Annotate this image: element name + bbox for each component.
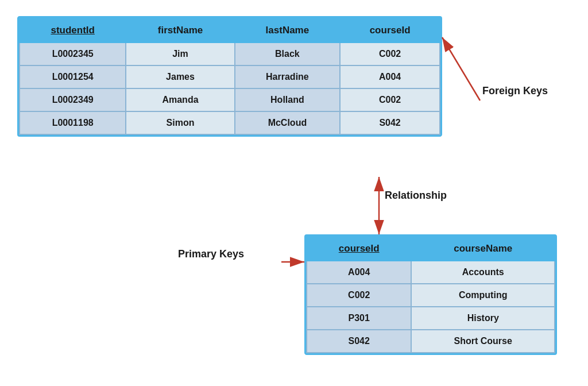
course-table-row: P301History	[307, 307, 555, 330]
course-cell: P301	[307, 307, 411, 330]
student-cell: A004	[340, 65, 440, 88]
student-cell: L0002345	[20, 43, 126, 65]
student-col-lastName: lastName	[235, 18, 341, 43]
student-cell: L0001254	[20, 65, 126, 88]
student-cell: L0001198	[20, 111, 126, 134]
student-cell: Holland	[235, 88, 341, 111]
student-col-firstName: firstName	[126, 18, 234, 43]
student-cell: Jim	[126, 43, 234, 65]
course-cell: Computing	[411, 284, 555, 307]
student-col-studentId: studentId	[20, 18, 126, 43]
course-table-row: C002Computing	[307, 284, 555, 307]
course-cell: C002	[307, 284, 411, 307]
student-cell: Simon	[126, 111, 234, 134]
student-cell: C002	[340, 43, 440, 65]
student-col-courseId: courseId	[340, 18, 440, 43]
student-cell: L0002349	[20, 88, 126, 111]
svg-line-3	[442, 37, 480, 101]
student-cell: James	[126, 65, 234, 88]
student-cell: C002	[340, 88, 440, 111]
student-cell: S042	[340, 111, 440, 134]
student-table: studentId firstName lastName courseId L0…	[17, 16, 442, 137]
student-cell: Amanda	[126, 88, 234, 111]
student-table-row: L0002345JimBlackC002	[20, 43, 440, 65]
course-cell: History	[411, 307, 555, 330]
diagram-container: studentId firstName lastName courseId L0…	[0, 0, 588, 386]
primary-keys-label: Primary Keys	[178, 248, 244, 260]
student-cell: Harradine	[235, 65, 341, 88]
relationship-label: Relationship	[385, 190, 447, 202]
course-table-row: S042Short Course	[307, 330, 555, 353]
course-cell: S042	[307, 330, 411, 353]
course-cell: Accounts	[411, 261, 555, 284]
course-table-row: A004Accounts	[307, 261, 555, 284]
student-table-row: L0001198SimonMcCloudS042	[20, 111, 440, 134]
student-cell: Black	[235, 43, 341, 65]
foreign-keys-label: Foreign Keys	[482, 85, 548, 97]
course-col-courseName: courseName	[411, 237, 555, 261]
course-col-courseId: courseId	[307, 237, 411, 261]
student-table-row: L0002349AmandaHollandC002	[20, 88, 440, 111]
student-table-row: L0001254JamesHarradineA004	[20, 65, 440, 88]
student-cell: McCloud	[235, 111, 341, 134]
course-cell: A004	[307, 261, 411, 284]
course-cell: Short Course	[411, 330, 555, 353]
course-table: courseId courseName A004AccountsC002Comp…	[304, 234, 557, 355]
